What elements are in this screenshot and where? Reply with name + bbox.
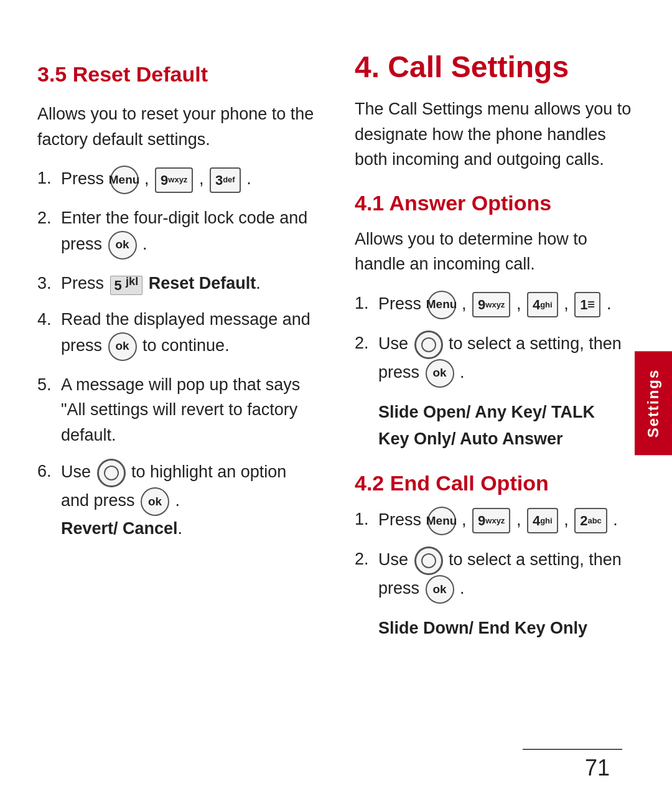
step-41-1: 1. Press Menu , 9wxyz , 4ghi , 1☰ .: [355, 291, 635, 319]
step-6: 6. Use to highlight an option and press …: [37, 459, 317, 541]
step-number-5: 5.: [37, 372, 61, 398]
step-5: 5. A message will pop up that says "All …: [37, 372, 317, 448]
step-3-content: Press 5 jkl Reset Default.: [61, 271, 317, 296]
step-42-1: 1. Press Menu , 9wxyz , 4ghi , 2abc .: [355, 507, 635, 535]
ok-key-41-2: ok: [426, 359, 454, 388]
ok-key-4: ok: [108, 332, 137, 361]
step-number-2: 2.: [37, 205, 61, 231]
key-2abc-42: 2abc: [574, 508, 607, 533]
scroll-key-42-2: [414, 546, 443, 575]
section-35-heading: 3.5 Reset Default: [37, 62, 317, 87]
section-4-heading: 4. Call Settings: [355, 50, 635, 84]
key-5jkl: 5 jkl: [110, 276, 143, 295]
section-35-body: Allows you to reset your phone to the fa…: [37, 101, 317, 152]
revert-cancel-label: Revert/ Cancel: [61, 519, 178, 538]
key-4ghi-41: 4ghi: [527, 292, 558, 317]
page-number: 71: [585, 755, 610, 781]
step-41-2: 2. Use to select a setting, then press o…: [355, 330, 635, 388]
step-4-content: Read the displayed message and press ok …: [61, 307, 317, 361]
key-9wxyz-41: 9wxyz: [472, 292, 510, 317]
section-42-heading: 4.2 End Call Option: [355, 471, 635, 495]
step-6-content: Use to highlight an option and press ok …: [61, 459, 317, 541]
step-1-content: Press Menu , 9wxyz , 3def .: [61, 166, 317, 194]
menu-key-1: Menu: [110, 166, 139, 194]
step-2: 2. Enter the four-digit lock code and pr…: [37, 205, 317, 260]
key-9wxyz-42: 9wxyz: [472, 508, 510, 533]
menu-key-42-1: Menu: [427, 507, 456, 535]
end-call-options-list: Slide Down/ End Key Only: [378, 615, 635, 642]
step-42-2: 2. Use to select a setting, then press o…: [355, 546, 635, 604]
section-41-heading: 4.1 Answer Options: [355, 191, 635, 215]
step-42-1-content: Press Menu , 9wxyz , 4ghi , 2abc .: [378, 507, 635, 535]
step-number-41-1: 1.: [355, 291, 378, 316]
step-1: 1. Press Menu , 9wxyz , 3def .: [37, 166, 317, 194]
answer-options-list: Slide Open/ Any Key/ TALKKey Only/ Auto …: [378, 399, 635, 452]
step-number-42-1: 1.: [355, 507, 378, 532]
ok-key-2: ok: [108, 231, 137, 260]
step-41-1-content: Press Menu , 9wxyz , 4ghi , 1☰ .: [378, 291, 635, 319]
key-9wxyz-1: 9wxyz: [155, 167, 193, 193]
key-4ghi-42: 4ghi: [527, 508, 558, 533]
step-42-2-content: Use to select a setting, then press ok .: [378, 546, 635, 604]
step-3: 3. Press 5 jkl Reset Default.: [37, 271, 317, 296]
right-column: 4. Call Settings The Call Settings menu …: [355, 50, 635, 769]
step-number-6: 6.: [37, 459, 61, 484]
key-3def-1: 3def: [210, 167, 241, 193]
scroll-key-41-2: [414, 330, 443, 359]
left-column: 3.5 Reset Default Allows you to reset yo…: [37, 50, 317, 769]
scroll-key-6: [97, 459, 126, 487]
step-4: 4. Read the displayed message and press …: [37, 307, 317, 361]
key-1-41: 1☰: [574, 292, 600, 317]
step-number-42-2: 2.: [355, 546, 378, 572]
step-number-4: 4.: [37, 307, 61, 332]
page-container: 3.5 Reset Default Allows you to reset yo…: [0, 0, 672, 806]
section-41-body: Allows you to determine how to handle an…: [355, 227, 635, 277]
page-divider: [523, 749, 622, 750]
step-number-3: 3.: [37, 271, 61, 296]
step-41-2-content: Use to select a setting, then press ok .: [378, 330, 635, 388]
menu-key-41-1: Menu: [427, 291, 456, 319]
settings-sidebar-tab: Settings: [635, 351, 672, 455]
step-2-content: Enter the four-digit lock code and press…: [61, 205, 317, 260]
ok-key-6: ok: [141, 487, 169, 516]
step-5-content: A message will pop up that says "All set…: [61, 372, 317, 448]
step-number-41-2: 2.: [355, 330, 378, 356]
reset-default-label: Reset Default: [149, 274, 256, 293]
ok-key-42-2: ok: [426, 575, 454, 604]
section-4-intro: The Call Settings menu allows you to des…: [355, 96, 635, 172]
step-number-1: 1.: [37, 166, 61, 191]
